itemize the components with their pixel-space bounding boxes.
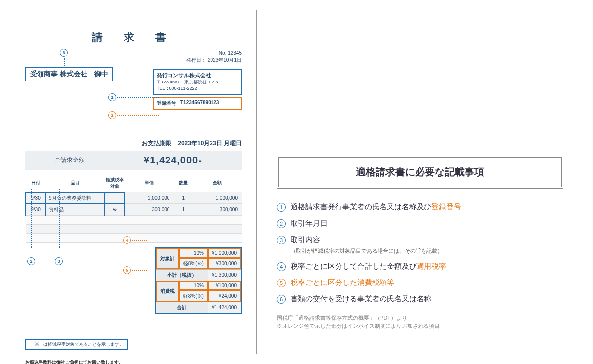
side-panel: 適格請求書に必要な記載事項 1適格請求書発行事業者の氏名又は名称及び登録番号 2…	[277, 10, 563, 354]
registration-box: 登録番号 T1234567890123	[153, 97, 242, 110]
list-item: 4税率ごとに区分して合計した金額及び適用税率	[277, 262, 563, 271]
recipient-box: 受領商事 株式会社 御中	[25, 67, 113, 81]
list-item: 5税率ごとに区分した消費税額等	[277, 278, 563, 287]
issuer-info: 発行コンサル株式会社 〒123-4567 東京都渋谷 1-2-3 TEL：000…	[153, 69, 242, 95]
side-title: 適格請求書に必要な記載事項	[277, 156, 563, 189]
due-row: お支払期限 2023年10月23日 月曜日	[25, 139, 242, 148]
invoice-title: 請 求 書	[25, 30, 242, 45]
list-sub: （取引が軽減税率の対象品目である場合には、その旨を記載）	[291, 247, 563, 255]
list-item: 3取引内容	[277, 235, 563, 244]
summary-box: 対象計 10% ¥1,000,000 軽8%(※) ¥300,000 小計（税抜…	[155, 247, 242, 314]
total-bar: ご請求金額 ¥1,424,000-	[25, 151, 242, 170]
items-table: 日付 品目 軽減税率対象 単価 数量 金額 9/30 9月分の業務委託料 1,0…	[25, 175, 242, 243]
list-item: 2取引年月日	[277, 219, 563, 228]
transfer-note: お振込手数料は御社ご負担にてお願い致します。	[25, 359, 242, 364]
invoice-meta: No. 12345 発行日： 2023年10月1日	[25, 50, 242, 64]
table-row: 9/30 食料品 ※ 300,000 1 300,000	[26, 204, 242, 216]
source-note: 国税庁「適格請求書等保存方式の概要」（PDF）より ※オレンジ色で示した部分はイ…	[277, 314, 563, 330]
requirements-list: 1適格請求書発行事業者の氏名又は名称及び登録番号 2取引年月日 3取引内容 （取…	[277, 202, 563, 304]
table-row: 9/30 9月分の業務委託料 1,000,000 1 1,000,000	[26, 192, 242, 204]
issuer-box: 発行コンサル株式会社 〒123-4567 東京都渋谷 1-2-3 TEL：000…	[153, 69, 242, 110]
invoice-document: 請 求 書 No. 12345 発行日： 2023年10月1日 受領商事 株式会…	[10, 10, 257, 354]
list-item: 1適格請求書発行事業者の氏名又は名称及び登録番号	[277, 202, 563, 212]
list-item: 6書類の交付を受ける事業者の氏名又は名称	[277, 294, 563, 304]
footnote: 「※」は軽減税率対象であることを示します。	[25, 339, 128, 350]
